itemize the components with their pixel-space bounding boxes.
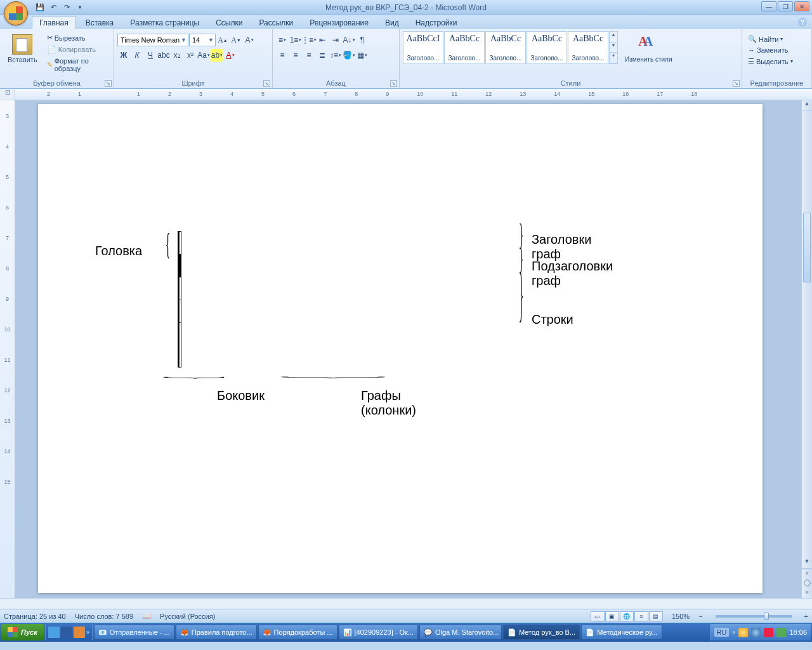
taskbar-item-active[interactable]: 📄Метод рук_во В... [503, 625, 580, 640]
taskbar-item[interactable]: 💬Olga M. Starovoito... [419, 625, 502, 640]
sort-button[interactable]: A↓ [343, 34, 355, 46]
vertical-ruler[interactable]: 3456789101112131415 [0, 100, 15, 598]
superscript-button[interactable]: x² [184, 49, 197, 62]
change-styles-button[interactable]: Изменить стили [620, 31, 676, 66]
copy-button[interactable]: Копировать [44, 44, 110, 55]
tray-icon[interactable] [738, 628, 748, 637]
paste-button[interactable]: Вставить [3, 31, 42, 67]
change-case-button[interactable]: Aa [197, 49, 210, 62]
shading-button[interactable]: 🪣 [343, 49, 355, 62]
taskbar-item[interactable]: 🦊Правила подгото... [176, 625, 257, 640]
tab-page-layout[interactable]: Разметка страницы [123, 17, 206, 29]
clipboard-dialog-icon[interactable]: ↘ [105, 80, 112, 87]
draft-view-button[interactable]: ▤ [649, 611, 663, 621]
select-button[interactable]: Выделить▾ [745, 56, 796, 67]
styles-gallery[interactable]: AaBbCcIЗаголово... AaBbCcЗаголово... AaB… [403, 31, 618, 64]
font-dialog-icon[interactable]: ↘ [263, 80, 270, 87]
ql-icon[interactable] [74, 627, 85, 638]
strikethrough-button[interactable]: abc [157, 49, 170, 62]
tab-view[interactable]: Вид [378, 17, 406, 29]
align-right-button[interactable]: ≡ [303, 49, 315, 62]
align-left-button[interactable]: ≡ [276, 49, 289, 62]
undo-icon[interactable]: ↶ [48, 3, 58, 13]
multilevel-button[interactable]: ⋮≡ [303, 34, 315, 46]
gallery-scroll[interactable]: ▲▼▾ [609, 31, 618, 64]
scroll-down-icon[interactable]: ▼ [802, 558, 812, 569]
paragraph-dialog-icon[interactable]: ↘ [390, 80, 397, 87]
vertical-scrollbar[interactable]: ▲ ▼ « ◯ » [801, 100, 812, 598]
style-item[interactable]: AaBbCcЗаголово... [485, 31, 526, 64]
grow-font-button[interactable]: A▲ [216, 34, 229, 46]
show-marks-button[interactable]: ¶ [356, 34, 369, 46]
taskbar-item[interactable]: 📊[402909223] - Ок... [339, 625, 418, 640]
shrink-font-button[interactable]: A▼ [230, 34, 242, 46]
status-language[interactable]: Русский (Россия) [160, 613, 215, 620]
taskbar-item[interactable]: 📧Отправленные - ... [94, 625, 174, 640]
tab-review[interactable]: Рецензирование [303, 17, 376, 29]
fullscreen-view-button[interactable]: ▣ [605, 611, 619, 621]
bold-button[interactable]: Ж [117, 49, 130, 62]
office-button[interactable] [4, 1, 28, 25]
taskbar-item[interactable]: 🦊Порядокработы ... [258, 625, 337, 640]
zoom-thumb[interactable] [764, 613, 769, 620]
style-item[interactable]: AaBbCcЗаголово... [444, 31, 485, 64]
tray-icon[interactable] [751, 628, 761, 637]
tab-home[interactable]: Главная [32, 16, 76, 29]
highlight-button[interactable]: ab [211, 49, 223, 62]
zoom-out-button[interactable]: − [698, 613, 702, 620]
scroll-up-icon[interactable]: ▲ [802, 100, 812, 111]
tab-references[interactable]: Ссылки [209, 17, 249, 29]
show-desktop-icon[interactable] [48, 627, 60, 638]
help-icon[interactable]: ? [798, 18, 807, 27]
outline-view-button[interactable]: ≡ [634, 611, 648, 621]
ruler-corner[interactable]: ⊡ [0, 89, 15, 100]
font-name-combo[interactable]: Times New Roman▼ [117, 34, 188, 46]
format-painter-button[interactable]: Формат по образцу [44, 56, 110, 74]
cut-button[interactable]: Вырезать [44, 32, 110, 43]
underline-button[interactable]: Ч [144, 49, 157, 62]
restore-button[interactable]: ❐ [778, 1, 793, 11]
clock[interactable]: 18:06 [789, 628, 807, 636]
redo-icon[interactable]: ↷ [62, 3, 72, 13]
clear-formatting-button[interactable]: A [243, 34, 256, 46]
document-area[interactable]: Головка { } Заголовки граф } Подзаголовк… [15, 100, 801, 598]
browse-object-icon[interactable]: ◯ [802, 579, 812, 588]
close-button[interactable]: ✕ [794, 1, 809, 11]
save-icon[interactable]: 💾 [35, 3, 45, 13]
numbering-button[interactable]: 1≡ [289, 34, 302, 46]
prev-page-icon[interactable]: « [802, 569, 812, 579]
increase-indent-button[interactable]: ⇥ [329, 34, 342, 46]
tray-icon[interactable] [776, 628, 786, 637]
italic-button[interactable]: К [131, 49, 143, 62]
minimize-button[interactable]: ― [761, 1, 776, 11]
spellcheck-icon[interactable]: 📖 [142, 612, 151, 620]
style-item[interactable]: AaBbCcЗаголово... [527, 31, 567, 64]
borders-button[interactable]: ▦ [356, 49, 369, 62]
horizontal-ruler[interactable]: 21123456789101112131415161718 [15, 89, 812, 100]
taskbar-item[interactable]: 📄Методическое ру... [581, 625, 662, 640]
web-view-button[interactable]: 🌐 [620, 611, 634, 621]
tab-mailings[interactable]: Рассылки [252, 17, 300, 29]
zoom-in-button[interactable]: + [804, 613, 808, 620]
align-center-button[interactable]: ≡ [289, 49, 302, 62]
status-words[interactable]: Число слов: 7 589 [75, 613, 133, 620]
language-indicator[interactable]: RU [714, 628, 730, 637]
qat-dropdown-icon[interactable]: ▼ [75, 3, 85, 13]
horizontal-scrollbar[interactable] [0, 598, 812, 609]
next-page-icon[interactable]: » [802, 588, 812, 598]
status-page[interactable]: Страница: 25 из 40 [4, 613, 66, 620]
bullets-button[interactable]: ≡ [276, 34, 289, 46]
tray-icon[interactable] [764, 628, 773, 637]
tab-insert[interactable]: Вставка [79, 17, 121, 29]
styles-dialog-icon[interactable]: ↘ [733, 80, 740, 87]
style-item[interactable]: AaBbCcЗаголово... [568, 31, 608, 64]
subscript-button[interactable]: x₂ [171, 49, 183, 62]
line-spacing-button[interactable]: ↕≡ [329, 49, 342, 62]
ql-icon[interactable] [61, 627, 72, 638]
find-button[interactable]: Найти▾ [745, 34, 796, 44]
start-button[interactable]: Пуск [1, 624, 44, 640]
zoom-slider[interactable] [716, 615, 792, 618]
status-zoom[interactable]: 150% [672, 613, 690, 620]
font-size-combo[interactable]: 14▼ [189, 34, 216, 46]
style-item[interactable]: AaBbCcIЗаголово... [403, 31, 443, 64]
